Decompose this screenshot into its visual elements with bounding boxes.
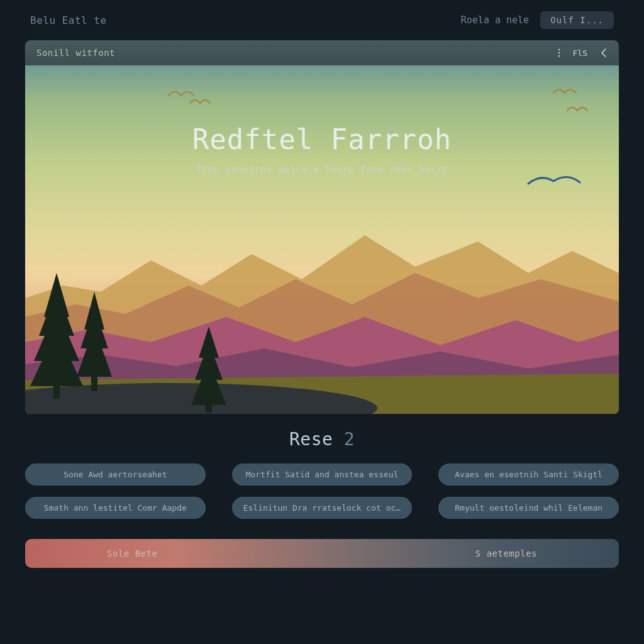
hero-subtitle: ften senetres welce a feore face reer he… bbox=[25, 164, 619, 175]
chip-4[interactable]: Smath ann lestitel Comr Aapde bbox=[25, 497, 206, 519]
bottom-section: Sole Bete S aetemples bbox=[0, 523, 644, 568]
bottom-left-label[interactable]: Sole Bete bbox=[107, 548, 157, 558]
brand-label: Belu Eatl te bbox=[30, 14, 107, 26]
chip-3[interactable]: Avaes en eseotnih Santi Skigtl bbox=[438, 464, 619, 486]
chip-1[interactable]: Sone Awd aertorseahet bbox=[25, 464, 206, 486]
panel-title: Sonill witfont bbox=[36, 48, 115, 58]
content-panel: Sonill witfont FlS bbox=[25, 40, 619, 414]
svg-point-0 bbox=[558, 49, 560, 51]
section-title: Rese 2 bbox=[0, 429, 644, 450]
nav-link[interactable]: Roela a nele bbox=[461, 14, 529, 26]
chip-6[interactable]: Rmyult oestoleind whil Eeleman bbox=[438, 497, 619, 519]
hero-text: Redftel Farrroh ften senetres welce a fe… bbox=[25, 123, 619, 175]
section-label: Rese bbox=[289, 429, 344, 450]
birds-layer bbox=[25, 65, 619, 414]
hero-title: Redftel Farrroh bbox=[25, 123, 619, 155]
chip-2[interactable]: Mortfit Satid and anstea esseul bbox=[232, 464, 413, 486]
fls-label[interactable]: FlS bbox=[573, 48, 587, 58]
chip-5[interactable]: Eslinitun Dra rratselock cot ocees bbox=[232, 497, 413, 519]
bottom-bar[interactable]: Sole Bete S aetemples bbox=[25, 539, 619, 568]
top-bar: Belu Eatl te Roela a nele Oulf I... bbox=[0, 0, 644, 40]
panel-toolbar: Sonill witfont FlS bbox=[25, 40, 619, 65]
bottom-right-label[interactable]: S aetemples bbox=[475, 548, 537, 558]
chevron-left-icon[interactable] bbox=[600, 48, 608, 57]
section-number: 2 bbox=[344, 429, 355, 450]
svg-point-1 bbox=[558, 52, 560, 54]
more-vertical-icon[interactable] bbox=[558, 48, 560, 57]
chip-grid: Sone Awd aertorseahet Mortfit Satid and … bbox=[0, 452, 644, 523]
svg-point-2 bbox=[558, 55, 560, 57]
hero-image: Redftel Farrroh ften senetres welce a fe… bbox=[25, 65, 619, 414]
header-button[interactable]: Oulf I... bbox=[540, 11, 614, 29]
